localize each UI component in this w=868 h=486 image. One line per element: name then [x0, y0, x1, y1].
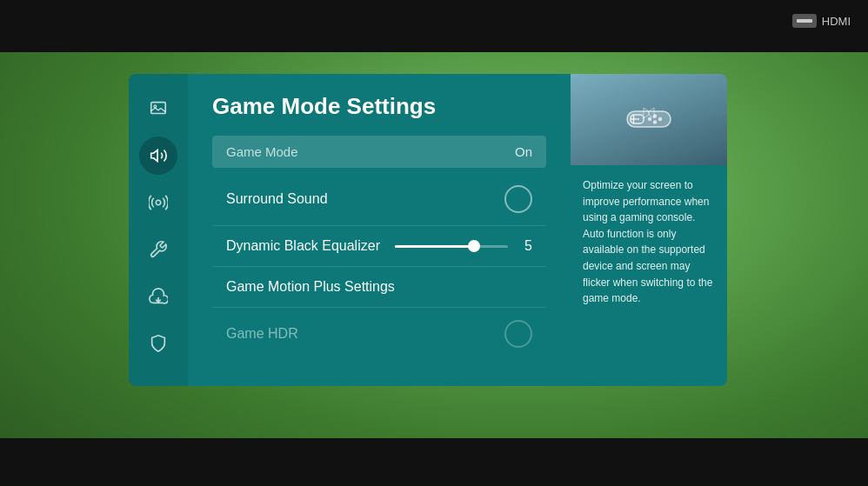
svg-rect-0	[797, 19, 812, 23]
settings-container: Game Mode Settings Game Mode On Surround…	[129, 74, 868, 386]
game-thumbnail	[571, 74, 727, 165]
sidebar-item-cloud[interactable]	[139, 277, 177, 316]
panel-title: Game Mode Settings	[212, 93, 546, 120]
game-motion-plus-label: Game Motion Plus Settings	[226, 279, 395, 295]
wrench-icon	[149, 240, 168, 259]
svg-point-2	[154, 105, 157, 108]
svg-point-11	[653, 120, 657, 123]
sidebar-item-picture[interactable]	[139, 90, 177, 128]
game-motion-plus-row[interactable]: Game Motion Plus Settings	[212, 267, 546, 308]
slider-thumb[interactable]	[468, 240, 480, 252]
slider-track[interactable]	[395, 245, 508, 248]
bottom-bar	[0, 438, 868, 486]
surround-sound-label: Surround Sound	[226, 191, 328, 207]
settings-panel: Game Mode Settings Game Mode On Surround…	[188, 74, 571, 386]
hdmi-badge: HDMI	[792, 14, 851, 28]
slider-value: 5	[518, 238, 532, 254]
dynamic-black-eq-row[interactable]: Dynamic Black Equalizer 5	[212, 226, 546, 267]
dynamic-black-eq-label: Dynamic Black Equalizer	[226, 238, 380, 254]
top-bar	[0, 0, 868, 52]
svg-point-10	[648, 117, 651, 120]
game-hdr-toggle[interactable]	[504, 320, 532, 348]
game-mode-label: Game Mode	[226, 144, 298, 159]
game-hdr-row[interactable]: Game HDR	[212, 308, 546, 360]
shield-icon	[149, 334, 168, 353]
game-hdr-label: Game HDR	[226, 326, 298, 342]
sidebar-item-tools[interactable]	[139, 230, 177, 269]
hdmi-label: HDMI	[822, 15, 851, 28]
slider-container: 5	[395, 238, 532, 254]
sidebar-item-sound[interactable]	[139, 136, 177, 175]
sidebar-item-broadcast[interactable]	[139, 183, 177, 222]
svg-rect-1	[151, 103, 166, 114]
slider-fill	[395, 245, 474, 248]
picture-icon	[149, 99, 168, 118]
surround-sound-row[interactable]: Surround Sound	[212, 173, 546, 226]
sidebar-item-shield[interactable]	[139, 324, 177, 363]
hdmi-icon	[792, 14, 817, 28]
cloud-icon	[149, 287, 168, 306]
info-description: Optimize your screen to improve performa…	[571, 165, 727, 319]
gamepad-icon	[626, 103, 671, 137]
svg-point-3	[156, 200, 161, 205]
surround-sound-toggle[interactable]	[504, 185, 532, 213]
info-panel: Optimize your screen to improve performa…	[571, 74, 727, 386]
game-mode-value: On	[515, 144, 532, 159]
sound-icon	[149, 146, 168, 165]
svg-point-9	[658, 117, 662, 120]
game-mode-row[interactable]: Game Mode On	[212, 136, 546, 168]
sidebar	[129, 74, 188, 386]
broadcast-icon	[149, 193, 168, 212]
